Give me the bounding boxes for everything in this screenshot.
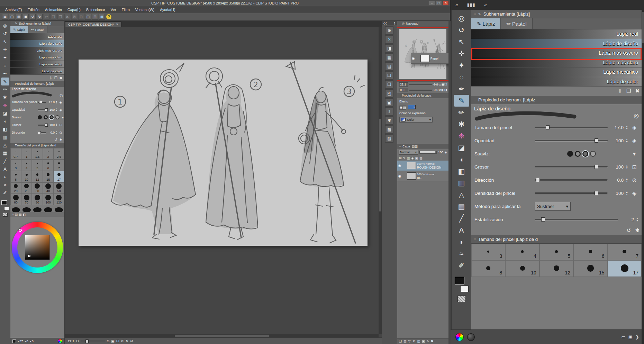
smoothing-option-1[interactable] — [567, 151, 573, 157]
cut-icon[interactable]: ✂ — [44, 14, 49, 20]
snap-special-ruler-icon[interactable]: ⊞ — [92, 14, 98, 20]
gradient-tool-icon[interactable]: ▥ — [454, 177, 469, 189]
brush-size-cell[interactable]: 120 — [54, 194, 64, 205]
subtool-brush-item[interactable]: Lápiz mecánico — [10, 61, 64, 68]
flip-vertical-icon[interactable]: ◨ — [444, 88, 447, 92]
quick-duplicate-icon[interactable]: ❐ — [385, 80, 393, 89]
spinner[interactable]: ▲▼ — [56, 123, 57, 127]
spinner[interactable]: ▲▼ — [626, 191, 628, 196]
color-set-tab-icon[interactable]: ▦ — [19, 213, 22, 216]
quick-screen-settings-icon[interactable]: ◰ — [385, 89, 393, 98]
airbrush-tool-icon[interactable]: ✱ — [454, 118, 469, 130]
ruler-tool-icon[interactable]: ╱ — [1, 157, 9, 165]
source-settings-icon[interactable]: ⊡ — [58, 123, 63, 127]
paste-icon[interactable]: ❐ — [57, 14, 63, 20]
magnifier-icon[interactable]: ◎ — [60, 93, 63, 98]
pressure-settings-icon[interactable]: ◈ — [58, 108, 63, 112]
border-effect-icon[interactable]: ◉ — [399, 106, 403, 110]
brush-size-cell[interactable]: 12 — [539, 260, 573, 277]
brush-size-cell[interactable]: 10 — [21, 171, 32, 182]
dropdown-icon[interactable]: ▾ — [61, 116, 65, 119]
quick-export-icon[interactable]: ⇩ — [385, 107, 393, 116]
brush-tool-icon[interactable]: ✏ — [454, 107, 469, 118]
main-color-swatch[interactable] — [455, 277, 464, 284]
airbrush-tool-icon[interactable]: ✱ — [1, 93, 9, 101]
subtool-brush-item[interactable]: Lápiz más oscuro — [471, 48, 642, 58]
brush-size-cell[interactable]: 3 — [10, 160, 21, 171]
merge-down-icon[interactable]: ▼ — [412, 340, 416, 343]
create-mask-icon[interactable]: ◫ — [417, 340, 420, 343]
pressure-settings-icon[interactable]: ◈ — [630, 190, 638, 197]
brush-size-cell[interactable]: 4 — [21, 160, 32, 171]
subtool-tab[interactable]: ✎ Lápiz — [471, 18, 501, 29]
brush-size-cell[interactable]: 12 — [32, 171, 43, 182]
animation-tab-icon[interactable]: ▥ — [415, 145, 418, 148]
transfer-to-lower-icon[interactable]: ▽ — [408, 340, 411, 343]
apply-mask-icon[interactable]: ▣ — [422, 340, 425, 343]
navigator-zoom-slider[interactable] — [409, 84, 432, 85]
panel-grip[interactable]: ∷ — [474, 238, 476, 241]
quick-close-view-icon[interactable]: ✕ — [385, 35, 393, 44]
hue-ring[interactable] — [12, 222, 63, 273]
redo-icon[interactable]: ↻ — [37, 14, 43, 20]
canvas-vertical-scrollbar[interactable] — [379, 27, 382, 334]
brush-size-cell[interactable]: 17 — [608, 260, 642, 277]
smoothing-option-3-selected[interactable] — [582, 151, 588, 157]
brush-tool-icon[interactable]: ✏ — [1, 85, 9, 93]
rotate-cw-icon[interactable]: ↻ — [126, 339, 128, 343]
apply-method-dropdown[interactable]: Sustraer ▾ — [535, 202, 571, 211]
density-value[interactable]: 100 — [610, 191, 624, 196]
panel-grip[interactable]: ∷ — [474, 98, 476, 101]
lasso-tool-icon[interactable]: ◌ — [1, 62, 9, 70]
scroll-right-icon[interactable]: ❯ — [635, 334, 639, 340]
spinner[interactable]: ▲▼ — [636, 217, 638, 222]
transparent-color-swatch[interactable] — [3, 213, 8, 217]
auto-select-tool-icon[interactable]: ✦ — [454, 60, 469, 71]
subtool-brush-item[interactable]: Lápiz mecánico — [471, 67, 642, 77]
thickness-value[interactable]: 100 — [47, 123, 55, 127]
layer-visibility-icon[interactable]: ◉ — [398, 164, 401, 168]
line-correct-tool-icon[interactable]: ≈ — [1, 181, 9, 189]
subtool-brush-item[interactable]: Lápiz real — [10, 33, 64, 40]
pressure-settings-icon[interactable]: ◈ — [58, 100, 63, 104]
layer-visibility-icon[interactable]: ◉ — [412, 56, 415, 60]
help-icon[interactable]: ? — [106, 14, 112, 20]
smoothing-option-2[interactable] — [44, 115, 48, 119]
dropdown-icon[interactable]: ▾ — [630, 151, 638, 157]
invert-selection-icon[interactable]: ⊡ — [78, 14, 84, 20]
auto-select-tool-icon[interactable]: ✦ — [1, 54, 9, 62]
new-file-icon[interactable]: ▢ — [9, 14, 15, 20]
main-color-swatch[interactable] — [1, 200, 7, 205]
spinner[interactable]: ▲▼ — [56, 108, 57, 111]
spinner[interactable]: ▲▼ — [56, 100, 57, 104]
brush-size-slider[interactable] — [535, 127, 608, 128]
fill-tool-icon[interactable]: ◧ — [1, 125, 9, 133]
color-wheel-icon[interactable] — [455, 333, 464, 341]
color-wheel-tab-icon[interactable]: ◔ — [12, 213, 13, 216]
panel-grip[interactable]: ∷ — [474, 12, 476, 16]
document-tab[interactable]: CSP TIP_COSTUME DESIGN* ✕ — [65, 21, 121, 27]
advanced-settings-icon[interactable]: ✱ — [635, 227, 640, 234]
collapse-panel-icon[interactable]: « — [455, 2, 458, 8]
snap-grid-icon[interactable]: ▦ — [99, 14, 105, 20]
menu-item[interactable]: Archivo(F) — [3, 7, 24, 12]
balloon-tool-icon[interactable]: ◗ — [1, 173, 9, 181]
subtool-brush-item[interactable]: Lápiz de diseño — [10, 40, 64, 47]
subtool-tab[interactable]: ✏ Pastel — [28, 26, 47, 33]
canvas-horizontal-scrollbar[interactable] — [65, 334, 379, 337]
operation-tool-icon[interactable]: ↖ — [1, 38, 9, 46]
menu-item[interactable]: Ventana(W) — [133, 7, 157, 12]
move-layer-tool-icon[interactable]: ✛ — [1, 46, 9, 54]
stabilization-value[interactable]: 2 — [620, 217, 634, 222]
stabilization-slider[interactable] — [535, 219, 618, 220]
balloon-tool-icon[interactable]: ◗ — [454, 236, 469, 248]
brush-size-cell[interactable]: 15 — [43, 171, 54, 182]
pencil-tool-icon[interactable]: ✎ — [1, 78, 9, 85]
copy-icon[interactable]: ❏ — [51, 14, 56, 20]
list-view-icon[interactable]: ▭ — [622, 334, 626, 340]
pen-tool-icon[interactable]: ✒ — [1, 70, 9, 78]
layer-opacity-value[interactable]: 100 — [438, 151, 443, 154]
zoom-slider[interactable] — [81, 341, 105, 342]
expand-right-icon[interactable]: ❯ — [393, 22, 396, 25]
subtool-tab[interactable]: ✎ Lápiz — [10, 26, 28, 33]
